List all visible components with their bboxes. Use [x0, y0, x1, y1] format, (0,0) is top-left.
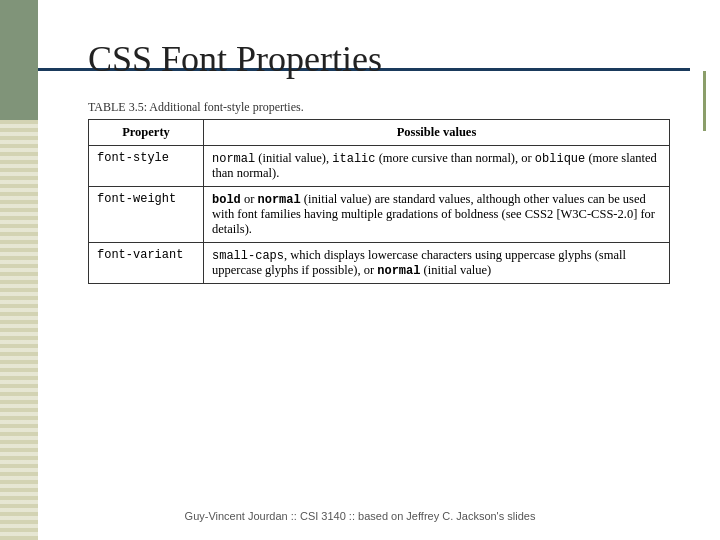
table-row: font-variant small-caps, which displays …	[89, 243, 670, 284]
table-row: font-style normal (initial value), itali…	[89, 146, 670, 187]
col-header-property: Property	[89, 120, 204, 146]
table-caption: TABLE 3.5: Additional font-style propert…	[88, 100, 670, 115]
col-header-values: Possible values	[204, 120, 670, 146]
footer: Guy-Vincent Jourdan :: CSI 3140 :: based…	[0, 510, 720, 522]
property-font-variant: font-variant	[89, 243, 204, 284]
properties-table: Property Possible values font-style norm…	[88, 119, 670, 284]
page-title: CSS Font Properties	[88, 38, 670, 80]
table-row: font-weight bold or normal (initial valu…	[89, 187, 670, 243]
table-header-row: Property Possible values	[89, 120, 670, 146]
property-font-style: font-style	[89, 146, 204, 187]
property-font-weight: font-weight	[89, 187, 204, 243]
value-font-style: normal (initial value), italic (more cur…	[204, 146, 670, 187]
main-content: CSS Font Properties TABLE 3.5: Additiona…	[38, 0, 720, 540]
left-bar-top	[0, 0, 38, 120]
value-font-weight: bold or normal (initial value) are stand…	[204, 187, 670, 243]
left-bar-bottom	[0, 120, 38, 540]
value-font-variant: small-caps, which displays lowercase cha…	[204, 243, 670, 284]
